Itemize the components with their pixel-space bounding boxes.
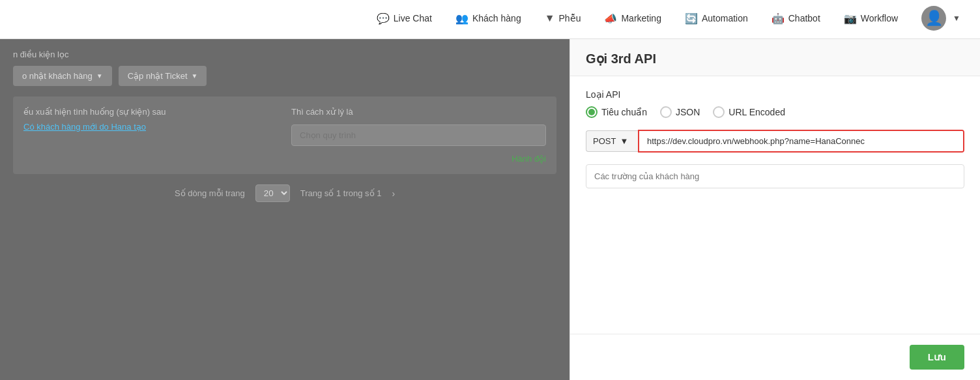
- panel-title: Gọi 3rd API: [586, 51, 964, 66]
- nav-item-khach-hang[interactable]: 👥 Khách hàng: [444, 0, 533, 39]
- khach-hang-icon: 👥: [455, 12, 468, 25]
- event-value-link[interactable]: Có khách hàng mới do Hana tạo: [23, 122, 278, 132]
- pagination-next-icon[interactable]: ›: [392, 188, 395, 199]
- nav-item-chatbot[interactable]: 🤖 Chatbot: [760, 0, 832, 39]
- method-select[interactable]: POST ▼: [586, 130, 638, 152]
- radio-group: Tiêu chuẩn JSON URL Encoded: [586, 106, 964, 118]
- automation-icon: 🔄: [685, 12, 698, 25]
- pagination: Số dòng mỗi trang 20 Trang số 1 trong số…: [13, 184, 556, 202]
- method-label: POST: [593, 136, 616, 146]
- update-ticket-label: Cập nhật Ticket: [128, 71, 188, 81]
- update-customer-label: o nhật khách hàng: [22, 71, 93, 81]
- table-section: ếu xuất hiện tình huống (sự kiện) sau Có…: [13, 96, 556, 174]
- left-panel: n điều kiện lọc o nhật khách hàng ▼ Cập …: [0, 39, 569, 380]
- chatbot-icon: 🤖: [771, 12, 785, 25]
- save-button[interactable]: Lưu: [910, 345, 964, 370]
- radio-circle-tieu-chuan: [586, 106, 598, 118]
- marketing-icon: 📣: [604, 12, 617, 25]
- url-input[interactable]: [639, 131, 963, 151]
- radio-json[interactable]: JSON: [660, 106, 700, 118]
- nav-item-workflow[interactable]: 📷 Workflow: [832, 0, 910, 39]
- dropdown-arrow-icon: ▼: [96, 72, 103, 80]
- top-navigation: 💬 Live Chat 👥 Khách hàng ▼ Phễu 📣 Market…: [0, 0, 980, 39]
- process-header-label: Thì cách xử lý là: [291, 107, 546, 117]
- event-column: ếu xuất hiện tình huống (sự kiện) sau Có…: [23, 107, 278, 132]
- right-panel: Gọi 3rd API Loại API Tiêu chuẩn JSON: [569, 39, 980, 380]
- dropdown-arrow-icon-2: ▼: [192, 72, 198, 80]
- nav-label-chatbot: Chatbot: [788, 13, 820, 23]
- nav-label-workflow: Workflow: [861, 13, 898, 23]
- nav-item-automation[interactable]: 🔄 Automation: [673, 0, 760, 39]
- radio-label-url-encoded: URL Encoded: [728, 107, 785, 117]
- live-chat-icon: 💬: [377, 12, 390, 25]
- user-avatar-container[interactable]: 👤 ▼: [910, 0, 972, 39]
- nav-label-live-chat: Live Chat: [394, 13, 432, 23]
- radio-circle-json: [660, 106, 672, 118]
- table-header-row: ếu xuất hiện tình huống (sự kiện) sau Có…: [23, 107, 546, 146]
- process-input[interactable]: [291, 124, 546, 146]
- url-input-wrapper: [638, 130, 964, 153]
- update-ticket-button[interactable]: Cập nhật Ticket ▼: [119, 66, 207, 86]
- update-customer-button[interactable]: o nhật khách hàng ▼: [13, 66, 112, 86]
- radio-tieu-chuan[interactable]: Tiêu chuẩn: [586, 106, 647, 118]
- method-dropdown-icon: ▼: [620, 136, 628, 146]
- nav-item-live-chat[interactable]: 💬 Live Chat: [365, 0, 444, 39]
- page-info: Trang số 1 trong số 1: [300, 188, 382, 198]
- main-area: n điều kiện lọc o nhật khách hàng ▼ Cập …: [0, 39, 980, 380]
- nav-label-automation: Automation: [702, 13, 748, 23]
- page-size-select[interactable]: 20: [255, 184, 290, 202]
- nav-item-marketing[interactable]: 📣 Marketing: [592, 0, 672, 39]
- chevron-down-icon: ▼: [953, 14, 960, 23]
- api-type-section: Loại API Tiêu chuẩn JSON URL Encoded: [586, 89, 964, 118]
- radio-circle-url-encoded: [713, 106, 725, 118]
- action-label: Hành đội: [23, 154, 546, 164]
- right-footer: Lưu: [570, 334, 980, 380]
- pheu-icon: ▼: [545, 12, 555, 24]
- fields-input[interactable]: [586, 164, 964, 188]
- right-body: Loại API Tiêu chuẩn JSON URL Encoded: [570, 76, 980, 334]
- filter-label: n điều kiện lọc: [13, 50, 556, 59]
- radio-url-encoded[interactable]: URL Encoded: [713, 106, 785, 118]
- radio-label-json: JSON: [676, 107, 700, 117]
- button-row: o nhật khách hàng ▼ Cập nhật Ticket ▼: [13, 66, 556, 86]
- nav-item-pheu[interactable]: ▼ Phễu: [533, 0, 593, 39]
- nav-label-marketing: Marketing: [621, 13, 661, 23]
- filter-section: n điều kiện lọc o nhật khách hàng ▼ Cập …: [13, 50, 556, 86]
- event-header-label: ếu xuất hiện tình huống (sự kiện) sau: [23, 107, 278, 117]
- radio-label-tieu-chuan: Tiêu chuẩn: [601, 107, 647, 117]
- process-column: Thì cách xử lý là: [291, 107, 546, 146]
- right-header: Gọi 3rd API: [570, 39, 980, 76]
- url-row: POST ▼: [586, 130, 964, 153]
- workflow-icon: 📷: [844, 12, 857, 25]
- nav-label-pheu: Phễu: [559, 13, 581, 23]
- avatar: 👤: [921, 6, 946, 31]
- api-type-label: Loại API: [586, 89, 964, 100]
- rows-per-page-label: Số dòng mỗi trang: [175, 188, 245, 198]
- nav-label-khach-hang: Khách hàng: [472, 13, 521, 23]
